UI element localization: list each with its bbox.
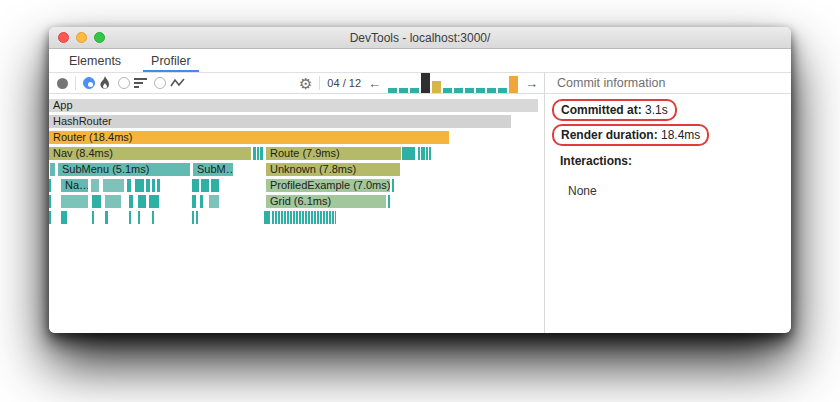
- commit-bar[interactable]: [443, 88, 452, 93]
- flame-bar-small[interactable]: [135, 179, 144, 192]
- flame-bar-small[interactable]: [429, 147, 431, 160]
- flame-bar-label: ProfiledExample (7.0ms): [266, 179, 390, 192]
- flame-bar-label: Nav (8.4ms): [49, 147, 251, 160]
- close-button[interactable]: [58, 32, 69, 43]
- commit-bar[interactable]: [432, 81, 441, 93]
- flame-bar-small[interactable]: [149, 195, 159, 208]
- flame-bar-small[interactable]: [138, 211, 140, 224]
- flame-bar-small[interactable]: [129, 211, 131, 224]
- minimize-button[interactable]: [76, 32, 87, 43]
- flame-bar-small[interactable]: [402, 147, 415, 160]
- committed-at-label: Committed at:: [561, 103, 642, 117]
- flame-bar[interactable]: Nav (8.4ms): [49, 147, 251, 160]
- flame-bar-small[interactable]: [260, 147, 263, 160]
- commit-bar[interactable]: [498, 88, 507, 93]
- flame-bar-small[interactable]: [146, 179, 150, 192]
- interactions-radio[interactable]: [154, 77, 166, 89]
- flame-bar-small[interactable]: [192, 211, 194, 224]
- flame-bar-small[interactable]: [388, 195, 390, 208]
- flame-bar-label: SubMenu (5.1ms): [58, 163, 190, 176]
- flame-bar-small[interactable]: [92, 211, 94, 224]
- ranked-radio[interactable]: [118, 77, 130, 89]
- record-button[interactable]: [57, 78, 68, 89]
- commit-bar[interactable]: [388, 88, 397, 93]
- flame-bar-small[interactable]: [157, 179, 160, 192]
- flamegraph-view-toggle[interactable]: [83, 76, 111, 90]
- render-duration-field: Render duration: 18.4ms: [552, 124, 709, 146]
- flame-bar-small[interactable]: [192, 195, 196, 208]
- settings-gear-icon[interactable]: ⚙: [299, 76, 312, 91]
- flame-bar-small[interactable]: [211, 179, 219, 192]
- flame-bar-small[interactable]: [253, 147, 256, 160]
- flame-bar-small[interactable]: [92, 195, 101, 208]
- flame-bar-small[interactable]: [152, 211, 154, 224]
- flame-bar[interactable]: ProfiledExample (7.0ms): [266, 179, 390, 192]
- flamegraph-radio[interactable]: [83, 77, 95, 89]
- flame-bar-label: Route (7.9ms): [266, 147, 401, 160]
- commit-selector[interactable]: [388, 73, 518, 93]
- flame-bar-small[interactable]: [209, 195, 219, 208]
- previous-commit-arrow[interactable]: ←: [368, 77, 381, 90]
- interactions-label: Interactions:: [560, 154, 783, 168]
- commit-bar[interactable]: [465, 88, 474, 93]
- commit-bar[interactable]: [509, 76, 518, 93]
- flame-bar-small[interactable]: [200, 195, 203, 208]
- commit-bar[interactable]: [399, 88, 408, 93]
- tab-profiler[interactable]: Profiler: [143, 49, 199, 72]
- commit-bar[interactable]: [487, 88, 496, 93]
- zoom-button[interactable]: [94, 32, 105, 43]
- commit-bar[interactable]: [476, 88, 485, 93]
- commit-counter: 04 / 12: [327, 77, 361, 89]
- flame-bar-small[interactable]: [61, 211, 67, 224]
- window-title: DevTools - localhost:3000/: [49, 31, 791, 45]
- flame-bar-small[interactable]: [418, 147, 420, 160]
- commit-bar[interactable]: [454, 88, 463, 93]
- flame-bar-small[interactable]: [49, 179, 51, 192]
- flame-bar-small[interactable]: [196, 211, 198, 224]
- flame-bar-small[interactable]: [129, 195, 133, 208]
- interactions-chart-icon: [170, 77, 185, 89]
- flame-bar-small[interactable]: [192, 179, 199, 192]
- flame-bar-small[interactable]: [201, 179, 209, 192]
- flame-bar-label: App: [49, 99, 538, 112]
- flame-bar-small[interactable]: [127, 179, 131, 192]
- flame-bar[interactable]: App: [49, 99, 538, 112]
- tab-elements[interactable]: Elements: [61, 49, 129, 72]
- devtools-window: DevTools - localhost:3000/ Elements Prof…: [49, 27, 791, 333]
- flame-bar-label: Grid (6.1ms): [266, 195, 386, 208]
- render-duration-label: Render duration:: [561, 128, 658, 142]
- flame-bar-small[interactable]: [138, 195, 146, 208]
- flame-bar[interactable]: HashRouter: [49, 115, 511, 128]
- flame-bar-small[interactable]: [426, 147, 428, 160]
- flame-bar-small[interactable]: [50, 163, 55, 176]
- flame-bar-small[interactable]: [264, 211, 270, 224]
- flame-bar[interactable]: SubMenu (5.1ms): [58, 163, 190, 176]
- commit-bar[interactable]: [410, 88, 419, 93]
- commit-bar[interactable]: [421, 73, 430, 93]
- flame-bar-small[interactable]: [49, 195, 51, 208]
- flame-bar-small[interactable]: [272, 211, 336, 224]
- flame-bar-small[interactable]: [103, 179, 124, 192]
- flame-bar-small[interactable]: [105, 211, 108, 224]
- flame-bar-small[interactable]: [392, 179, 394, 192]
- flame-bar-small[interactable]: [61, 195, 88, 208]
- commit-info-header: Commit information: [545, 73, 791, 94]
- flame-bar[interactable]: Unknown (7.8ms): [266, 163, 400, 176]
- flame-bar-small[interactable]: [257, 147, 259, 160]
- flame-bar[interactable]: Grid (6.1ms): [266, 195, 386, 208]
- flame-bar-small[interactable]: [421, 147, 425, 160]
- interactions-view-toggle[interactable]: [154, 77, 185, 89]
- flame-bar-small[interactable]: [91, 179, 99, 192]
- flame-bar-small[interactable]: [105, 195, 121, 208]
- flame-bar-small[interactable]: [49, 211, 51, 224]
- tab-bar: Elements Profiler: [49, 49, 791, 73]
- toolbar-divider: [319, 76, 320, 90]
- flame-bar-small[interactable]: [152, 179, 155, 192]
- flame-bar[interactable]: Route (7.9ms): [266, 147, 401, 160]
- title-bar[interactable]: DevTools - localhost:3000/: [49, 27, 791, 49]
- flame-bar[interactable]: Na…: [61, 179, 88, 192]
- ranked-view-toggle[interactable]: [118, 77, 147, 89]
- flame-bar[interactable]: SubM…: [193, 163, 233, 176]
- next-commit-arrow[interactable]: →: [525, 77, 538, 90]
- flame-bar[interactable]: Router (18.4ms): [49, 131, 449, 144]
